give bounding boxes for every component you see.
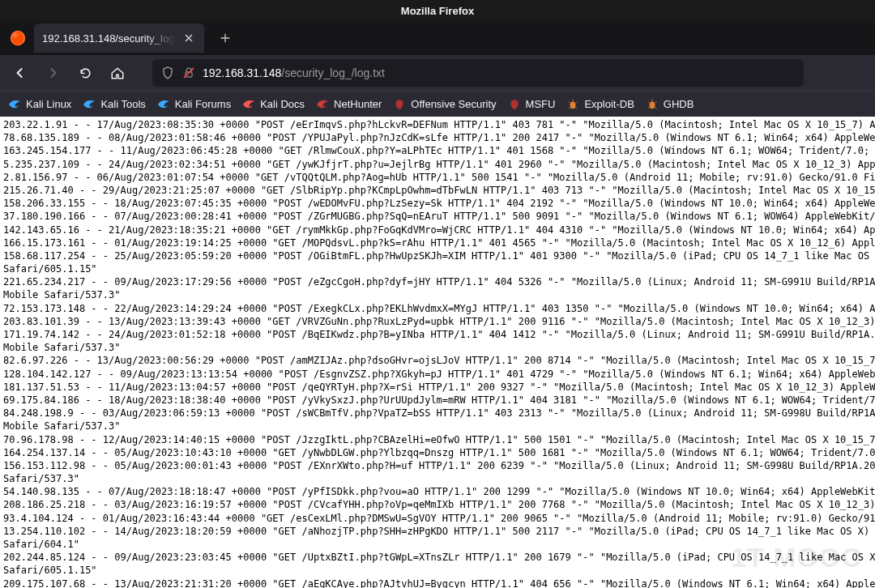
bug-icon bbox=[566, 98, 579, 111]
bookmark-label: Kali Docs bbox=[260, 98, 305, 110]
log-line: Safari/605.1.15" bbox=[3, 564, 872, 577]
log-line: 203.83.101.39 - - 13/Aug/2023:13:39:43 +… bbox=[3, 315, 872, 328]
bug-icon bbox=[646, 98, 659, 111]
bookmark-label: NetHunter bbox=[334, 98, 382, 110]
log-line: 164.254.137.14 - - 05/Aug/2023:10:43:10 … bbox=[3, 446, 872, 459]
log-line: Safari/605.1.15" bbox=[3, 262, 872, 275]
log-line: 158.206.33.155 - - 18/Aug/2023:07:45:35 … bbox=[3, 197, 872, 210]
dragon-icon bbox=[8, 98, 21, 111]
url-bar[interactable]: 192.168.31.148/security_log_/log.txt bbox=[152, 59, 804, 87]
insecure-lock-icon[interactable] bbox=[181, 66, 196, 80]
log-line: 5.235.237.109 - - 24/Aug/2023:02:34:51 +… bbox=[3, 158, 872, 171]
log-line: 208.186.25.218 - - 03/Aug/2023:16:19:57 … bbox=[3, 498, 872, 511]
back-button[interactable] bbox=[6, 59, 34, 87]
url-host: 192.168.31.148 bbox=[203, 66, 281, 79]
close-icon[interactable] bbox=[181, 31, 196, 45]
bookmark-kali-docs[interactable]: Kali Docs bbox=[242, 98, 305, 111]
bookmark-label: GHDB bbox=[664, 98, 694, 110]
dragon-icon bbox=[242, 98, 255, 111]
log-line: 215.26.71.40 - - 29/Aug/2023:21:25:07 +0… bbox=[3, 184, 872, 197]
bookmark-label: Kali Tools bbox=[100, 98, 145, 110]
log-line: 2.81.156.97 - - 06/Aug/2023:01:07:54 +00… bbox=[3, 171, 872, 184]
bookmark-exploit-db[interactable]: Exploit-DB bbox=[566, 98, 634, 111]
dragon-icon bbox=[157, 98, 170, 111]
bookmark-ghdb[interactable]: GHDB bbox=[646, 98, 694, 111]
log-line: 128.104.142.127 - - 09/Aug/2023:13:13:54… bbox=[3, 368, 872, 381]
bookmark-label: Exploit-DB bbox=[584, 98, 634, 110]
log-line: 202.244.85.124 - - 09/Aug/2023:23:03:45 … bbox=[3, 551, 872, 564]
log-line: Safari/604.1" bbox=[3, 538, 872, 551]
log-line: 171.19.74.142 - - 24/Aug/2023:01:52:18 +… bbox=[3, 328, 872, 341]
log-line: Mobile Safari/537.3" bbox=[3, 288, 872, 301]
window-title: Mozilla Firefox bbox=[401, 5, 474, 17]
log-line: 78.68.135.189 - - 08/Aug/2023:01:58:46 +… bbox=[3, 131, 872, 144]
tab-title: 192.168.31.148/security_log_/log.txt bbox=[42, 32, 178, 45]
dragon-icon bbox=[316, 98, 329, 111]
shield-icon bbox=[393, 98, 406, 111]
dragon-icon bbox=[83, 98, 96, 111]
bookmark-label: MSFU bbox=[526, 98, 556, 110]
window-titlebar: Mozilla Firefox bbox=[0, 0, 875, 21]
shield-icon[interactable] bbox=[160, 66, 175, 80]
url-path: /security_log_/log.txt bbox=[281, 66, 385, 79]
bookmark-offensive-security[interactable]: Offensive Security bbox=[393, 98, 496, 111]
log-line: 82.6.97.226 - - 13/Aug/2023:00:56:29 +00… bbox=[3, 354, 872, 367]
reload-button[interactable] bbox=[71, 59, 99, 87]
log-line: 209.175.107.68 - - 13/Aug/2023:21:31:20 … bbox=[3, 577, 872, 588]
bookmark-label: Kali Forums bbox=[175, 98, 231, 110]
log-line: 163.245.154.177 - - 11/Aug/2023:06:45:28… bbox=[3, 144, 872, 157]
new-tab-button[interactable] bbox=[212, 25, 238, 51]
log-line: Mobile Safari/537.3" bbox=[3, 420, 872, 432]
bookmark-kali-forums[interactable]: Kali Forums bbox=[157, 98, 231, 111]
log-line: 69.175.84.186 - - 18/Aug/2023:18:38:40 +… bbox=[3, 394, 872, 407]
url-text: 192.168.31.148/security_log_/log.txt bbox=[203, 66, 385, 79]
log-line: Safari/537.3" bbox=[3, 472, 872, 485]
bookmarks-toolbar: Kali Linux Kali Tools Kali Forums Kali D… bbox=[0, 91, 875, 117]
svg-point-4 bbox=[649, 101, 655, 109]
log-text-content: 203.22.1.91 - - 17/Aug/2023:08:35:30 +00… bbox=[0, 117, 875, 588]
home-button[interactable] bbox=[104, 59, 131, 87]
firefox-icon bbox=[6, 27, 29, 49]
log-line: 142.143.65.16 - - 21/Aug/2023:18:35:21 +… bbox=[3, 224, 872, 236]
forward-button[interactable] bbox=[39, 59, 66, 87]
log-line: 72.153.173.148 - - 22/Aug/2023:14:29:24 … bbox=[3, 302, 872, 315]
bookmark-kali-linux[interactable]: Kali Linux bbox=[8, 98, 71, 111]
bookmark-nethunter[interactable]: NetHunter bbox=[316, 98, 382, 111]
log-line: 158.68.117.254 - - 25/Aug/2023:05:59:20 … bbox=[3, 249, 872, 262]
log-line: 166.15.173.161 - - 01/Aug/2023:19:14:25 … bbox=[3, 236, 872, 249]
log-line: 54.140.98.135 - - 07/Aug/2023:18:18:47 +… bbox=[3, 485, 872, 498]
log-line: 181.137.51.53 - - 11/Aug/2023:13:04:57 +… bbox=[3, 381, 872, 394]
log-line: 84.248.198.9 - - 03/Aug/2023:06:59:13 +0… bbox=[3, 407, 872, 420]
log-line: Mobile Safari/537.3" bbox=[3, 341, 872, 354]
bookmark-msfu[interactable]: MSFU bbox=[508, 98, 556, 111]
shield-icon bbox=[508, 98, 521, 111]
nav-bar: 192.168.31.148/security_log_/log.txt bbox=[0, 55, 875, 91]
browser-tab[interactable]: 192.168.31.148/security_log_/log.txt bbox=[34, 23, 204, 53]
svg-point-3 bbox=[570, 101, 576, 109]
bookmark-label: Kali Linux bbox=[26, 98, 71, 110]
log-line: 221.65.234.217 - - 09/Aug/2023:17:29:56 … bbox=[3, 275, 872, 288]
bookmark-label: Offensive Security bbox=[411, 98, 496, 110]
log-line: 203.22.1.91 - - 17/Aug/2023:08:35:30 +00… bbox=[3, 118, 872, 131]
bookmark-kali-tools[interactable]: Kali Tools bbox=[83, 98, 145, 111]
log-line: 93.4.104.124 - - 01/Aug/2023:16:43:44 +0… bbox=[3, 512, 872, 525]
log-line: 70.96.178.98 - - 12/Aug/2023:14:40:15 +0… bbox=[3, 433, 872, 446]
tab-bar: 192.168.31.148/security_log_/log.txt bbox=[0, 21, 875, 55]
log-line: 156.153.112.98 - - 05/Aug/2023:00:01:43 … bbox=[3, 459, 872, 472]
log-line: 13.254.110.102 - - 14/Aug/2023:18:20:59 … bbox=[3, 525, 872, 538]
log-line: 37.180.190.166 - - 07/Aug/2023:00:28:41 … bbox=[3, 210, 872, 223]
